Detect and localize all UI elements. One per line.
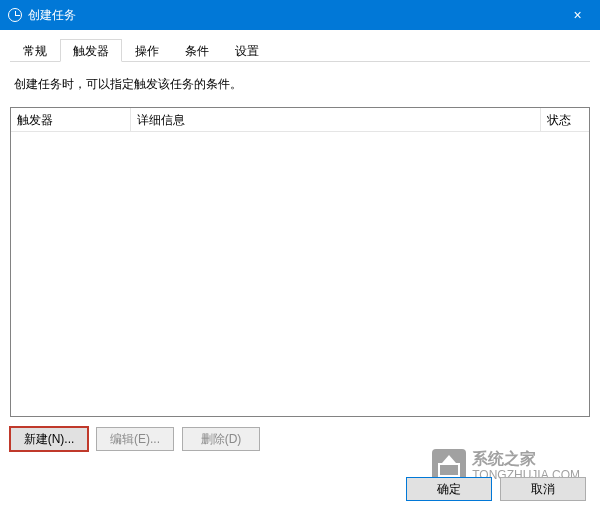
tab-settings-label: 设置	[235, 44, 259, 58]
tab-general[interactable]: 常规	[10, 39, 60, 62]
col-header-detail-label: 详细信息	[137, 113, 185, 127]
window-title: 创建任务	[28, 7, 76, 24]
clock-icon	[8, 8, 22, 22]
triggers-table: 触发器 详细信息 状态	[10, 107, 590, 417]
delete-button-label: 删除(D)	[201, 431, 242, 448]
tab-triggers[interactable]: 触发器	[60, 39, 122, 62]
tab-strip: 常规 触发器 操作 条件 设置	[10, 38, 590, 62]
tab-description: 创建任务时，可以指定触发该任务的条件。	[10, 62, 590, 107]
ok-button[interactable]: 确定	[406, 477, 492, 501]
col-header-trigger-label: 触发器	[17, 113, 53, 127]
col-header-status-label: 状态	[547, 113, 571, 127]
col-header-detail[interactable]: 详细信息	[131, 108, 541, 131]
tab-settings[interactable]: 设置	[222, 39, 272, 62]
cancel-button-label: 取消	[531, 481, 555, 498]
tab-actions-label: 操作	[135, 44, 159, 58]
delete-button[interactable]: 删除(D)	[182, 427, 260, 451]
table-header: 触发器 详细信息 状态	[11, 108, 589, 132]
table-body	[11, 132, 589, 416]
close-icon: ×	[573, 7, 581, 23]
ok-button-label: 确定	[437, 481, 461, 498]
tab-triggers-label: 触发器	[73, 44, 109, 58]
dialog-content: 常规 触发器 操作 条件 设置 创建任务时，可以指定触发该任务的条件。 触发器 …	[0, 30, 600, 461]
cancel-button[interactable]: 取消	[500, 477, 586, 501]
tab-conditions[interactable]: 条件	[172, 39, 222, 62]
new-button-label: 新建(N)...	[24, 431, 75, 448]
tab-actions[interactable]: 操作	[122, 39, 172, 62]
dialog-button-row: 确定 取消	[406, 477, 586, 501]
col-header-trigger[interactable]: 触发器	[11, 108, 131, 131]
col-header-status[interactable]: 状态	[541, 108, 589, 131]
action-row: 新建(N)... 编辑(E)... 删除(D)	[10, 427, 590, 451]
titlebar: 创建任务 ×	[0, 0, 600, 30]
tab-general-label: 常规	[23, 44, 47, 58]
edit-button-label: 编辑(E)...	[110, 431, 160, 448]
new-button[interactable]: 新建(N)...	[10, 427, 88, 451]
edit-button[interactable]: 编辑(E)...	[96, 427, 174, 451]
close-button[interactable]: ×	[555, 0, 600, 30]
tab-conditions-label: 条件	[185, 44, 209, 58]
